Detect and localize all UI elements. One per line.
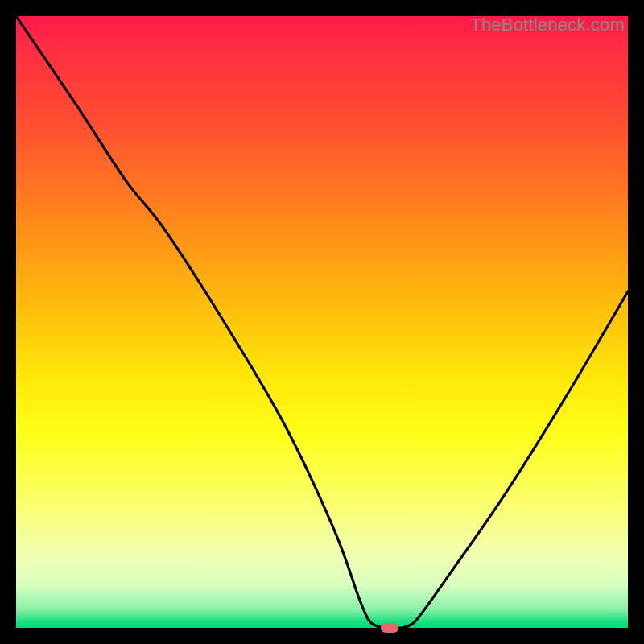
plot-area: TheBottleneck.com (16, 16, 628, 628)
chart-root: TheBottleneck.com (0, 0, 644, 644)
minimum-marker (381, 623, 398, 633)
bottleneck-curve (16, 16, 628, 628)
